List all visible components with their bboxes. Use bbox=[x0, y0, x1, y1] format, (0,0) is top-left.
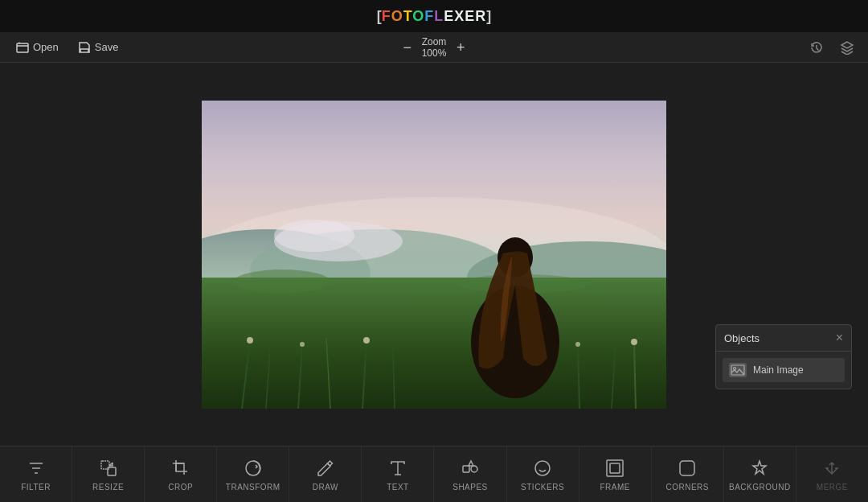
svg-rect-43 bbox=[610, 463, 620, 473]
filter-icon bbox=[25, 457, 47, 479]
text-icon bbox=[387, 457, 409, 479]
tool-draw[interactable]: DRAW bbox=[289, 446, 362, 502]
tool-filter-label: FILTER bbox=[21, 483, 51, 492]
tool-shapes-label: SHAPES bbox=[452, 483, 488, 492]
tool-stickers[interactable]: STICKERS bbox=[507, 446, 579, 502]
frame-icon bbox=[604, 457, 626, 479]
corners-icon bbox=[676, 457, 698, 479]
zoom-value: 100% bbox=[422, 47, 447, 59]
save-label: Save bbox=[95, 41, 119, 53]
svg-point-7 bbox=[274, 220, 354, 252]
tool-stickers-label: STICKERS bbox=[521, 483, 564, 492]
tool-crop[interactable]: CROP bbox=[145, 446, 217, 502]
tool-background-label: BACKGROUND bbox=[729, 483, 791, 492]
tool-corners[interactable]: CORNERS bbox=[652, 446, 724, 502]
tool-merge-label: MERGE bbox=[817, 483, 848, 492]
photo-canvas bbox=[202, 101, 666, 409]
tool-crop-label: CROP bbox=[168, 483, 193, 492]
objects-panel-header: Objects × bbox=[716, 325, 851, 352]
tool-text[interactable]: TEXT bbox=[362, 446, 434, 502]
svg-point-39 bbox=[535, 461, 550, 475]
top-bar: [ FOTOFLEXER ] bbox=[0, 0, 868, 32]
objects-panel-title: Objects bbox=[724, 332, 760, 344]
svg-point-26 bbox=[631, 339, 637, 345]
zoom-title: Zoom bbox=[422, 36, 447, 47]
toolbar: Open Save − Zoom 100% + bbox=[0, 32, 868, 63]
svg-point-9 bbox=[234, 270, 330, 294]
tool-resize-label: RESIZE bbox=[92, 483, 124, 492]
shapes-icon bbox=[459, 457, 481, 479]
svg-point-25 bbox=[575, 342, 580, 347]
svg-point-23 bbox=[300, 342, 305, 347]
logo-text: FOTOFLEXER bbox=[382, 8, 487, 25]
history-button[interactable] bbox=[805, 36, 828, 59]
svg-rect-8 bbox=[202, 278, 666, 409]
transform-icon bbox=[242, 457, 264, 479]
tool-draw-label: DRAW bbox=[313, 483, 338, 492]
zoom-info: Zoom 100% bbox=[422, 36, 447, 59]
svg-rect-44 bbox=[680, 461, 694, 475]
tool-transform-label: TRANSFORM bbox=[226, 483, 280, 492]
zoom-control: − Zoom 100% + bbox=[399, 36, 469, 59]
tool-frame-label: FRAME bbox=[600, 483, 630, 492]
tool-text-label: TEXT bbox=[387, 483, 409, 492]
draw-icon bbox=[314, 457, 337, 479]
zoom-in-button[interactable]: + bbox=[452, 39, 469, 56]
tool-filter[interactable]: FILTER bbox=[0, 446, 72, 502]
tool-resize[interactable]: RESIZE bbox=[72, 446, 145, 502]
objects-panel-body: Main Image bbox=[716, 352, 851, 389]
svg-point-24 bbox=[363, 337, 370, 344]
background-icon bbox=[748, 457, 771, 479]
layers-button[interactable] bbox=[836, 36, 858, 59]
object-item-icon bbox=[729, 363, 747, 377]
svg-point-28 bbox=[734, 368, 736, 370]
tool-transform[interactable]: TRANSFORM bbox=[217, 446, 289, 502]
canvas-area: Objects × Main Image bbox=[0, 63, 868, 446]
tool-shapes[interactable]: SHAPES bbox=[434, 446, 506, 502]
svg-rect-0 bbox=[17, 43, 28, 52]
save-button[interactable]: Save bbox=[72, 38, 125, 57]
toolbar-right bbox=[805, 36, 858, 59]
svg-point-22 bbox=[247, 337, 253, 344]
svg-rect-42 bbox=[607, 460, 623, 476]
svg-point-38 bbox=[471, 466, 477, 472]
merge-icon bbox=[821, 457, 843, 479]
tool-frame[interactable]: FRAME bbox=[579, 446, 652, 502]
bottom-toolbar: FILTER RESIZE CROP bbox=[0, 446, 868, 502]
resize-icon bbox=[97, 457, 120, 479]
app-logo: [ FOTOFLEXER ] bbox=[377, 8, 492, 25]
zoom-out-button[interactable]: − bbox=[399, 39, 416, 56]
object-item-main-image[interactable]: Main Image bbox=[723, 358, 845, 382]
tool-background[interactable]: BACKGROUND bbox=[724, 446, 796, 502]
svg-rect-27 bbox=[731, 365, 744, 375]
photo-image bbox=[202, 101, 666, 409]
stickers-icon bbox=[531, 457, 554, 479]
objects-close-button[interactable]: × bbox=[836, 331, 843, 344]
tool-merge: MERGE bbox=[796, 446, 868, 502]
logo-bracket-right: ] bbox=[486, 8, 491, 25]
object-item-label: Main Image bbox=[753, 364, 804, 376]
tool-corners-label: CORNERS bbox=[665, 483, 709, 492]
objects-panel: Objects × Main Image bbox=[715, 324, 852, 389]
open-label: Open bbox=[33, 41, 59, 53]
open-button[interactable]: Open bbox=[10, 38, 65, 57]
crop-icon bbox=[170, 457, 192, 479]
svg-rect-37 bbox=[463, 466, 469, 472]
